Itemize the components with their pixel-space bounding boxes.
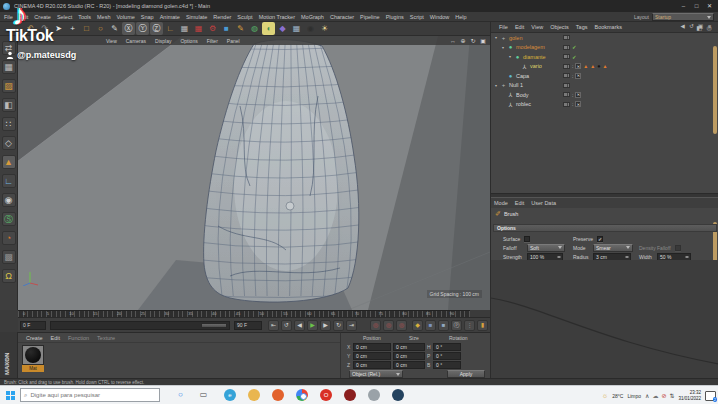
material-menu-item-texture[interactable]: Texture (97, 335, 115, 341)
object-tags[interactable] (563, 35, 570, 40)
taskbar-search[interactable]: ⌕ (20, 388, 160, 402)
previous-key-button[interactable]: ↺ (281, 320, 292, 331)
surface-checkbox[interactable] (524, 236, 530, 242)
sphere-object[interactable] (286, 202, 294, 210)
menu-item-pipeline[interactable]: Pipeline (360, 14, 380, 20)
object-row-golen[interactable]: ▾+golen (491, 33, 715, 43)
menu-item-file[interactable]: File (4, 14, 13, 20)
animation-mode-icon[interactable]: ◉ (2, 193, 16, 207)
object-row-diamante[interactable]: ▾●diamante✓ (491, 52, 715, 62)
viewport-menu-item-panel[interactable]: Panel (227, 38, 240, 44)
keyframe-button[interactable]: ◆ (412, 320, 423, 331)
options-section-header[interactable]: Options (493, 224, 717, 232)
enable-axis-icon[interactable]: ∟ (2, 174, 16, 188)
viewport-menu-item-view[interactable]: View (106, 38, 117, 44)
object-row-roblec[interactable]: ⅄roblec∶✕ (491, 100, 715, 110)
am-menu-item-mode[interactable]: Mode (494, 200, 508, 206)
add-environment-icon[interactable]: ▦ (290, 22, 303, 35)
task-view-icon[interactable]: ▭ (197, 389, 210, 402)
z-axis-lock-icon[interactable]: Ⓩ (150, 22, 163, 35)
texture-mode-icon[interactable]: ▨ (2, 79, 16, 93)
om-menu-item-bookmarks[interactable]: Bookmarks (594, 24, 622, 30)
om-menu-item-edit[interactable]: Edit (515, 24, 524, 30)
select-tool-icon[interactable]: ➤ (52, 22, 65, 35)
position-z-field[interactable]: 0 cm (353, 361, 391, 369)
search-input[interactable] (30, 392, 150, 398)
workplane-mode-icon[interactable]: ◧ (2, 98, 16, 112)
om-menu-item-tags[interactable]: Tags (576, 24, 588, 30)
points-mode-icon[interactable]: ∷ (2, 117, 16, 131)
dock-tab-strip[interactable] (713, 46, 717, 134)
y-axis-lock-icon[interactable]: Ⓨ (136, 22, 149, 35)
record-position-button[interactable]: ◎ (370, 320, 381, 331)
falloff-dropdown[interactable]: Soft (527, 244, 565, 252)
menu-item-create[interactable]: Create (34, 14, 51, 20)
preserve-checkbox[interactable]: ✓ (597, 236, 603, 242)
object-tags[interactable]: ∶✕ (563, 92, 581, 98)
am-back-icon[interactable]: ◀ (678, 22, 687, 31)
mode-dropdown[interactable]: Smear (593, 244, 633, 252)
last-tool-icon[interactable]: ✎ (108, 22, 121, 35)
pan-view-icon[interactable]: ↔ (448, 36, 458, 45)
previous-frame-button[interactable]: ◀ (294, 320, 305, 331)
render-picture-viewer-icon[interactable]: ▦ (192, 22, 205, 35)
menu-item-plugins[interactable]: Plugins (386, 14, 404, 20)
key-selection-button[interactable]: ■ (438, 320, 449, 331)
undo-icon[interactable]: ↶ (24, 22, 37, 35)
object-row-null-1[interactable]: ▾+Null 1 (491, 81, 715, 91)
start-button[interactable] (0, 386, 20, 404)
menu-item-window[interactable]: Window (430, 14, 450, 20)
recorder-icon[interactable] (344, 389, 356, 401)
om-menu-item-file[interactable]: File (499, 24, 508, 30)
menu-item-snap[interactable]: Snap (141, 14, 154, 20)
add-generator-icon[interactable]: ◍ (248, 22, 261, 35)
edges-mode-icon[interactable]: ◇ (2, 136, 16, 150)
timeline-ruler[interactable]: 051015202530354045505560657075808590 (18, 310, 470, 317)
menu-item-mesh[interactable]: Mesh (97, 14, 110, 20)
autokey-button[interactable]: ■ (425, 320, 436, 331)
viewport-canvas[interactable] (18, 36, 490, 310)
size-z-field[interactable]: 0 cm (393, 361, 425, 369)
apply-button[interactable]: Apply (447, 370, 485, 378)
rotation-b-field[interactable]: 0 ° (433, 361, 461, 369)
object-name[interactable]: diamante (523, 54, 546, 60)
am-menu-item-user-data[interactable]: User Data (531, 200, 556, 206)
file-explorer-icon[interactable] (248, 389, 260, 401)
coordinate-mode-dropdown[interactable]: Object (Rel.) (349, 370, 403, 378)
material-menu-item-create[interactable]: Create (26, 335, 43, 341)
viewport-menu-item-options[interactable]: Options (180, 38, 197, 44)
cinema4d-taskbar-icon[interactable] (392, 389, 404, 401)
record-rotation-button[interactable]: ◎ (396, 320, 407, 331)
size-y-field[interactable]: 0 cm (393, 352, 425, 360)
goto-end-button[interactable]: ⇥ (346, 320, 357, 331)
am-history-icon[interactable]: ↺ (687, 22, 696, 31)
object-name[interactable]: roblec (516, 101, 531, 107)
rotation-p-field[interactable]: 0 ° (433, 352, 461, 360)
object-tags[interactable]: ∶✕ (563, 73, 581, 79)
object-tags[interactable] (563, 83, 570, 88)
next-key-button[interactable]: ↻ (333, 320, 344, 331)
material-swatch[interactable]: Mat (22, 345, 44, 372)
falloff-curve-area[interactable] (491, 260, 718, 378)
menu-item-edit[interactable]: Edit (19, 14, 28, 20)
menu-item-select[interactable]: Select (57, 14, 72, 20)
maximize-button[interactable]: □ (690, 0, 703, 11)
brave-icon[interactable] (272, 389, 284, 401)
tray-onedrive-icon[interactable]: ☁ (652, 392, 658, 399)
minimize-button[interactable]: – (677, 0, 690, 11)
end-frame-field[interactable]: 90 F (234, 321, 262, 330)
layout-dropdown[interactable]: Startup (652, 13, 714, 21)
material-menu-item-function[interactable]: Function (68, 335, 89, 341)
timeline-slider-thumb[interactable] (201, 323, 227, 328)
viewport-menu-item-filter[interactable]: Filter (207, 38, 218, 44)
tray-security-icon[interactable]: ⊘ (661, 392, 666, 399)
object-tags[interactable]: ∶✕▲▲●▲ (563, 63, 608, 69)
object-name[interactable]: Null 1 (509, 82, 523, 88)
notification-center-icon[interactable]: 2 (705, 391, 716, 401)
menu-item-render[interactable]: Render (213, 14, 231, 20)
model-mode-icon[interactable]: ▦ (2, 60, 16, 74)
om-menu-item-view[interactable]: View (531, 24, 543, 30)
menu-item-tools[interactable]: Tools (78, 14, 91, 20)
play-button[interactable]: ▶ (307, 320, 318, 331)
density-falloff-checkbox[interactable] (675, 245, 681, 251)
